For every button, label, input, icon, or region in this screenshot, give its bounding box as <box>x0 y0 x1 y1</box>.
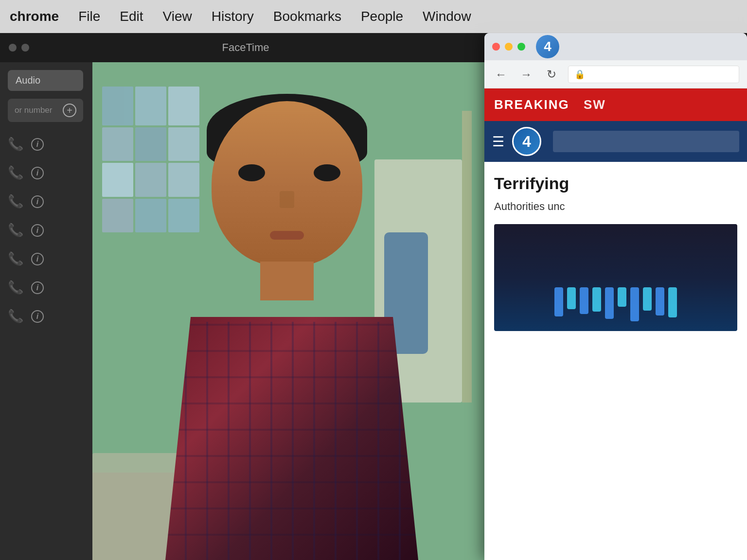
menu-file[interactable]: File <box>78 9 100 24</box>
info-btn-4[interactable]: i <box>31 224 44 237</box>
info-btn-1[interactable]: i <box>31 138 44 151</box>
menu-view[interactable]: View <box>163 9 192 24</box>
facetime-titlebar: FaceTime <box>0 33 491 62</box>
breaking-label: BREAKING <box>494 97 569 112</box>
news-image <box>494 224 737 331</box>
photo-7 <box>102 163 133 196</box>
light-9 <box>656 287 664 315</box>
info-btn-2[interactable]: i <box>31 167 44 179</box>
photo-2 <box>135 87 166 125</box>
news-content: Terrifying Authorities unc <box>484 162 747 343</box>
call-icon-2[interactable]: 📞 <box>8 165 23 180</box>
call-icon-7[interactable]: 📞 <box>8 309 23 324</box>
light-1 <box>554 287 563 316</box>
photo-4 <box>102 127 133 161</box>
facetime-video <box>92 62 491 560</box>
photo-1 <box>102 87 133 125</box>
left-eye <box>238 164 265 181</box>
info-btn-5[interactable]: i <box>31 253 44 265</box>
news-search-bar[interactable] <box>553 131 739 152</box>
menu-bookmarks[interactable]: Bookmarks <box>273 9 341 24</box>
call-icon-3[interactable]: 📞 <box>8 194 23 209</box>
person-neck <box>260 262 314 300</box>
light-7 <box>630 287 639 321</box>
add-contact-button[interactable]: + <box>63 104 76 117</box>
address-bar[interactable]: 🔒 <box>568 66 739 83</box>
light-10 <box>668 287 677 317</box>
menu-history[interactable]: History <box>212 9 254 24</box>
facetime-window: FaceTime Audio or number + 📞 i 📞 i 📞 i 📞… <box>0 33 491 560</box>
hamburger-menu[interactable]: ☰ <box>492 134 504 150</box>
chrome-window: 4 ← → ↻ 🔒 BREAKING SW ☰ 4 Terrifying Aut… <box>484 33 747 560</box>
menu-window[interactable]: Window <box>423 9 471 24</box>
light-8 <box>643 287 652 311</box>
window-minimize-btn[interactable] <box>21 44 29 52</box>
contact-row: 📞 i <box>0 273 92 302</box>
contact-row: 📞 i <box>0 130 92 158</box>
lock-icon: 🔒 <box>574 69 585 80</box>
contact-row: 📞 i <box>0 187 92 216</box>
reload-button[interactable]: ↻ <box>543 66 560 83</box>
photo-wall <box>102 87 199 232</box>
light-6 <box>618 287 626 307</box>
facetime-sidebar: Audio or number + 📞 i 📞 i 📞 i 📞 i 📞 i 📞 <box>0 62 92 560</box>
contact-row: 📞 i <box>0 216 92 245</box>
news-nav-bar: ☰ 4 <box>484 121 747 162</box>
door-frame <box>462 111 472 402</box>
menu-edit[interactable]: Edit <box>120 9 143 24</box>
light-5 <box>605 287 614 319</box>
window-controls <box>9 44 29 52</box>
search-placeholder: or number <box>15 105 52 115</box>
right-eye <box>314 164 340 181</box>
maximize-button[interactable] <box>517 43 525 51</box>
call-icon-5[interactable]: 📞 <box>8 251 23 266</box>
shirt-pattern <box>165 322 418 560</box>
news-headline: Terrifying <box>494 174 737 193</box>
photo-10 <box>102 199 133 232</box>
light-2 <box>567 287 576 309</box>
menu-bar: chrome File Edit View History Bookmarks … <box>0 0 747 33</box>
call-icon-1[interactable]: 📞 <box>8 137 23 152</box>
news-logo: 4 <box>512 127 541 156</box>
minimize-button[interactable] <box>505 43 513 51</box>
audio-button[interactable]: Audio <box>8 70 83 91</box>
light-4 <box>592 287 601 312</box>
contact-row: 📞 i <box>0 302 92 331</box>
photo-12 <box>168 199 199 232</box>
chrome-logo: 4 <box>536 35 559 58</box>
info-btn-3[interactable]: i <box>31 195 44 208</box>
breaking-suffix: SW <box>584 97 606 112</box>
call-icon-6[interactable]: 📞 <box>8 280 23 295</box>
chrome-titlebar: 4 <box>484 33 747 60</box>
forward-button[interactable]: → <box>517 66 535 83</box>
photo-9 <box>168 163 199 196</box>
menu-chrome[interactable]: chrome <box>10 9 59 24</box>
photo-8 <box>135 163 166 196</box>
photo-3 <box>168 87 199 125</box>
info-btn-7[interactable]: i <box>31 310 44 323</box>
search-row: or number + <box>8 99 83 122</box>
contact-row: 📞 i <box>0 158 92 187</box>
photo-5 <box>135 127 166 161</box>
facetime-title: FaceTime <box>222 41 269 54</box>
close-button[interactable] <box>492 43 500 51</box>
news-subheadline: Authorities unc <box>494 199 737 214</box>
lights-display <box>554 287 677 321</box>
menu-people[interactable]: People <box>361 9 403 24</box>
light-3 <box>580 287 588 314</box>
contact-row: 📞 i <box>0 245 92 273</box>
back-button[interactable]: ← <box>492 66 510 83</box>
mouth <box>270 231 304 240</box>
nose <box>280 191 294 208</box>
person-face <box>212 101 362 266</box>
chrome-nav: ← → ↻ 🔒 <box>484 60 747 88</box>
photo-6 <box>168 127 199 161</box>
breaking-news-banner: BREAKING SW <box>484 88 747 121</box>
info-btn-6[interactable]: i <box>31 281 44 294</box>
photo-11 <box>135 199 166 232</box>
window-close-btn[interactable] <box>9 44 17 52</box>
call-icon-4[interactable]: 📞 <box>8 223 23 238</box>
